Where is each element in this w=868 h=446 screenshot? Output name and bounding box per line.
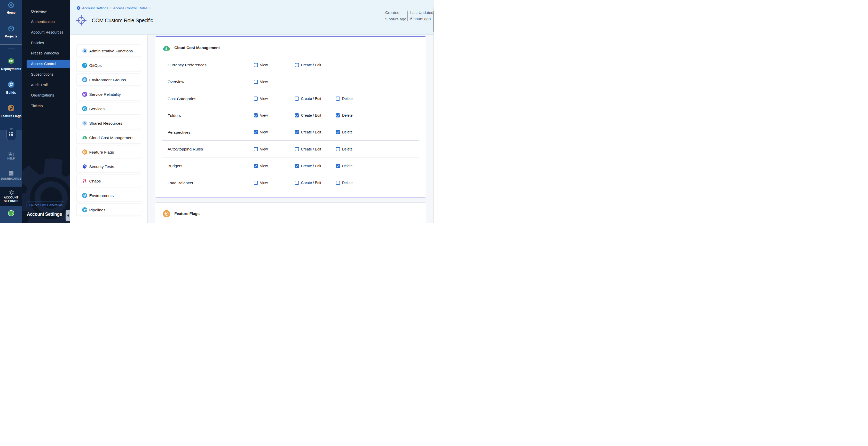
- svg-text:?: ?: [10, 152, 11, 155]
- svg-text:$: $: [165, 47, 167, 51]
- svg-text:$: $: [84, 137, 85, 139]
- svg-text:CJ: CJ: [9, 212, 13, 215]
